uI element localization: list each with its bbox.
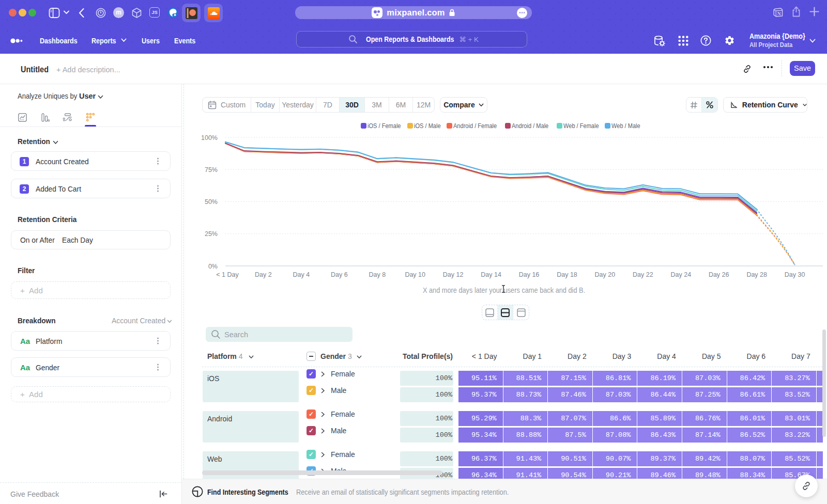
svg-text:75%: 75%	[205, 166, 218, 174]
svg-text:Day 22: Day 22	[633, 271, 653, 278]
svg-text:50%: 50%	[205, 198, 218, 206]
svg-text:Day 8: Day 8	[369, 271, 386, 278]
svg-text:100%: 100%	[201, 134, 218, 141]
svg-text:25%: 25%	[205, 230, 218, 238]
svg-text:< 1 Day: < 1 Day	[216, 271, 239, 278]
svg-text:0%: 0%	[208, 263, 218, 270]
svg-text:Day 24: Day 24	[670, 271, 691, 278]
svg-text:Day 30: Day 30	[785, 271, 805, 278]
svg-text:Day 18: Day 18	[557, 271, 577, 278]
svg-text:Day 28: Day 28	[746, 271, 767, 278]
svg-text:Day 6: Day 6	[331, 271, 348, 278]
svg-text:Day 2: Day 2	[255, 271, 272, 278]
svg-text:Day 4: Day 4	[293, 271, 310, 278]
svg-text:Day 10: Day 10	[405, 271, 425, 278]
svg-text:Day 20: Day 20	[595, 271, 616, 278]
svg-text:Day 14: Day 14	[481, 271, 501, 278]
svg-text:Day 16: Day 16	[519, 271, 540, 278]
svg-text:Day 12: Day 12	[443, 271, 464, 278]
svg-text:Day 26: Day 26	[709, 271, 729, 278]
svg-text:N: N	[777, 11, 781, 17]
